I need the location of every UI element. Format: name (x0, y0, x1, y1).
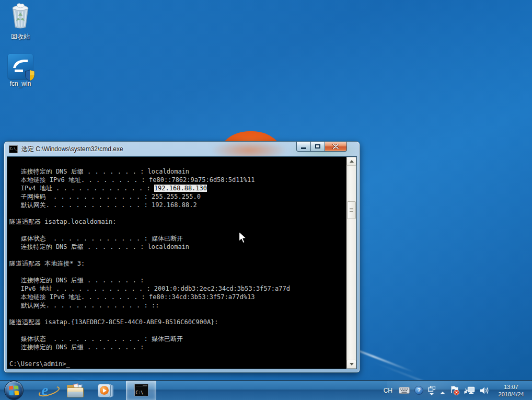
minimize-icon (301, 147, 306, 149)
tray-date: 2018/4/24 (496, 391, 526, 398)
action-center-icon[interactable] (450, 385, 459, 395)
uac-shield-icon (25, 70, 35, 81)
network-icon[interactable] (464, 386, 475, 395)
restore-windows-icon (428, 386, 435, 392)
window-controls (297, 142, 347, 152)
taskbar-cmd-button[interactable]: C:\_ (126, 381, 156, 400)
scroll-down-button[interactable] (346, 360, 356, 369)
desktop-icon-label: 回收站 (0, 32, 41, 41)
start-button[interactable] (4, 381, 24, 400)
ie-orbit-ring (37, 384, 61, 398)
help-icon[interactable]: ? (414, 386, 423, 395)
desktop-icon-fcn-win[interactable]: fcn_win (0, 54, 41, 87)
scroll-up-icon (350, 160, 354, 163)
taskbar: e C:\_ CH ? (0, 380, 532, 400)
dropdown-arrow-icon (430, 393, 434, 395)
console: 连接特定的 DNS 后缀 . . . . . . . : localdomain… (7, 157, 356, 369)
scrollbar-thumb[interactable] (347, 201, 356, 219)
maximize-button[interactable] (310, 142, 325, 152)
taskbar-media-player-icon[interactable] (97, 381, 114, 400)
fcn-win-icon (8, 54, 33, 79)
console-output[interactable]: 连接特定的 DNS 后缀 . . . . . . . : localdomain… (7, 157, 346, 369)
minimize-button[interactable] (296, 142, 311, 152)
language-indicator[interactable]: CH (382, 386, 394, 395)
window-title: 选定 C:\Windows\system32\cmd.exe (21, 145, 123, 154)
cmd-window-icon: C:\_ (134, 384, 148, 396)
cmd-window: C:\_ 选定 C:\Windows\system32\cmd.exe 连接特定… (4, 142, 360, 372)
volume-icon[interactable] (480, 386, 490, 395)
windows-logo-icon (8, 385, 19, 396)
internet-explorer-icon: e (42, 383, 49, 398)
taskbar-explorer-icon[interactable] (66, 381, 84, 400)
scroll-down-icon (350, 363, 354, 365)
close-icon (332, 144, 339, 149)
close-button[interactable] (325, 142, 347, 152)
language-bar-restore[interactable] (428, 386, 435, 395)
system-tray: CH ? (382, 382, 532, 399)
scrollbar[interactable] (346, 157, 356, 369)
tray-time: 13:07 (496, 383, 526, 391)
desktop-icon-label: fcn_win (0, 80, 41, 87)
scroll-up-button[interactable] (346, 157, 356, 166)
keyboard-icon[interactable] (399, 386, 410, 394)
clock[interactable]: 13:07 2018/4/24 (494, 382, 528, 399)
cmd-icon: C:\_ (9, 145, 18, 153)
scrollbar-track[interactable] (346, 166, 356, 360)
show-hidden-icons-button[interactable] (440, 392, 445, 394)
maximize-icon (315, 144, 320, 148)
taskbar-ie-icon[interactable]: e (36, 381, 54, 400)
media-player-icon (98, 383, 113, 398)
folder-icon (67, 384, 84, 397)
desktop-icon-recycle-bin[interactable]: 回收站 (0, 3, 41, 41)
recycle-bin-icon (8, 3, 33, 29)
